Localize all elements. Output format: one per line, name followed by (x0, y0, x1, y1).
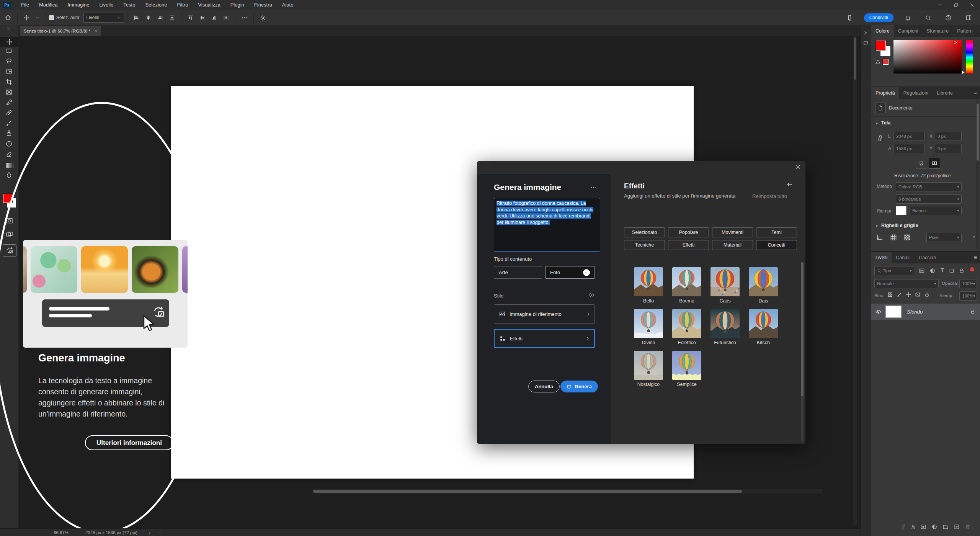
menu-livello[interactable]: Livello (94, 0, 118, 10)
reference-image-row[interactable]: Immagine di riferimento (494, 304, 595, 324)
fill-opacity-field[interactable]: 100%▾ (959, 291, 977, 301)
distribute-horizontal-icon[interactable] (223, 15, 229, 21)
align-top-icon[interactable] (187, 15, 194, 21)
style-option-eclettico[interactable]: Eclettico (668, 309, 706, 345)
new-layer-icon[interactable] (954, 524, 960, 530)
align-right-icon[interactable] (157, 15, 163, 21)
category-selezionato[interactable]: Selezionato (624, 227, 665, 237)
lock-pixels-icon[interactable] (897, 292, 902, 297)
lasso-tool-icon[interactable] (5, 57, 14, 66)
collapse-panels-icon[interactable] (863, 31, 868, 36)
add-mask-icon[interactable] (920, 524, 926, 530)
dropper-tool-icon[interactable] (5, 99, 14, 107)
style-option-kitsch[interactable]: Kitsch (744, 309, 782, 345)
blur-tool-icon[interactable] (5, 171, 14, 180)
eraser-tool-icon[interactable] (5, 150, 14, 159)
category-materiali[interactable]: Materiali (712, 240, 753, 250)
frame-tool-icon[interactable] (5, 88, 14, 97)
tab-close-icon[interactable]: × (95, 29, 97, 33)
menu-file[interactable]: File (16, 0, 34, 10)
color-field[interactable] (893, 40, 962, 74)
hue-strip[interactable] (966, 40, 973, 74)
menu-modifica[interactable]: Modifica (34, 0, 62, 10)
unit-select[interactable]: Pixel▾ (926, 233, 962, 242)
chevron-down-icon[interactable] (35, 15, 40, 20)
menu-finestra[interactable]: Finestra (249, 0, 277, 10)
align-bottom-icon[interactable] (211, 15, 217, 21)
filter-toggle-red-dot[interactable] (970, 267, 974, 271)
layer-filter-select[interactable]: Tipo▾ (874, 266, 914, 275)
gamut-swatch[interactable] (883, 59, 889, 65)
reset-all-button[interactable]: Reimposta tutto (752, 193, 787, 199)
zoom-level-field[interactable]: 66.67% (54, 530, 69, 535)
home-icon[interactable] (5, 14, 11, 21)
filter-shape-icon[interactable] (949, 268, 955, 274)
style-option-nostalgico[interactable]: Nostalgico (629, 351, 668, 387)
workspace-icon[interactable] (965, 15, 972, 21)
auto-select-checkbox[interactable] (49, 15, 54, 20)
layer-row-sfondo[interactable]: Sfondo (871, 304, 980, 320)
history-tool-icon[interactable] (5, 140, 14, 149)
tab-tracciati[interactable]: Tracciati (914, 252, 940, 263)
portrait-orientation-button[interactable] (916, 158, 927, 168)
back-arrow-icon[interactable] (786, 181, 793, 188)
filter-type-icon[interactable]: T (941, 267, 944, 273)
close-button[interactable] (964, 0, 980, 10)
tab-proprietà[interactable]: Proprietà (871, 87, 899, 99)
status-chevron-icon[interactable] (147, 531, 152, 535)
menu-testo[interactable]: Testo (118, 0, 140, 10)
category-tecniche[interactable]: Tecniche (624, 240, 665, 250)
style-option-futuristico[interactable]: Futuristico (706, 309, 744, 345)
x-field[interactable]: 0 px (935, 132, 962, 141)
y-field[interactable]: 0 px (935, 144, 962, 153)
width-field[interactable]: 2048 px (893, 132, 925, 141)
style-option-semplice[interactable]: Semplice (668, 351, 706, 387)
dialog-close-icon[interactable] (795, 164, 801, 170)
tab-campioni[interactable]: Campioni (894, 25, 923, 37)
align-middle-icon[interactable] (199, 15, 206, 21)
filter-image-icon[interactable] (919, 268, 925, 274)
vertical-scrollbar[interactable] (853, 36, 857, 525)
gradient-tool-icon[interactable] (5, 161, 14, 169)
lock-position-icon[interactable] (906, 292, 911, 297)
rulers-section-header[interactable]: Righelli e griglie (881, 223, 918, 228)
new-group-icon[interactable] (942, 524, 949, 530)
layers-panel-menu-icon[interactable]: ≡ (971, 252, 980, 263)
menu-immagine[interactable]: Immagine (62, 0, 94, 10)
tab-pattern[interactable]: Pattern (953, 25, 977, 37)
link-layers-icon[interactable] (900, 524, 906, 530)
auto-select-target[interactable]: Livello (83, 13, 124, 23)
category-effetti[interactable]: Effetti (668, 240, 709, 250)
more-icon[interactable] (241, 15, 248, 21)
share-button[interactable]: Condividi (864, 13, 893, 22)
gear-icon[interactable] (260, 15, 266, 21)
help-icon[interactable] (945, 15, 952, 21)
horizontal-scrollbar[interactable] (312, 489, 822, 494)
lock-all-icon[interactable] (924, 292, 930, 297)
bell-icon[interactable] (905, 15, 911, 21)
color-picker-handle[interactable] (953, 41, 957, 44)
content-type-foto[interactable]: Foto (545, 266, 595, 279)
color-panel-menu-icon[interactable]: ≡ (977, 25, 980, 37)
comments-icon[interactable] (863, 41, 869, 46)
tab-colore[interactable]: Colore (871, 25, 894, 37)
adjustment-layer-icon[interactable] (931, 524, 938, 530)
style-option-divino[interactable]: Divino (629, 309, 668, 345)
align-center-icon[interactable] (145, 15, 152, 21)
tab-sfumature[interactable]: Sfumature (923, 25, 953, 37)
cancel-button[interactable]: Annulla (528, 381, 560, 392)
brush-tool-icon[interactable] (5, 119, 14, 128)
distribute-vertical-icon[interactable] (169, 15, 175, 21)
tab-librerie[interactable]: Librerie (933, 87, 957, 99)
heal-tool-icon[interactable] (5, 109, 14, 118)
delete-layer-icon[interactable] (965, 524, 971, 530)
eye-icon[interactable] (875, 309, 882, 315)
landscape-orientation-button[interactable] (929, 158, 940, 168)
properties-panel-menu-icon[interactable]: ≡ (971, 87, 980, 99)
style-option-dais[interactable]: Dais (744, 267, 782, 304)
style-option-boemo[interactable]: Boemo (668, 267, 706, 304)
crop-tool-icon[interactable] (5, 78, 14, 87)
color-mode-select[interactable]: Colore RGB▾ (896, 182, 962, 191)
learn-more-button[interactable]: Ulteriori informazioni (85, 435, 173, 450)
content-type-arte[interactable]: Arte (494, 266, 542, 279)
